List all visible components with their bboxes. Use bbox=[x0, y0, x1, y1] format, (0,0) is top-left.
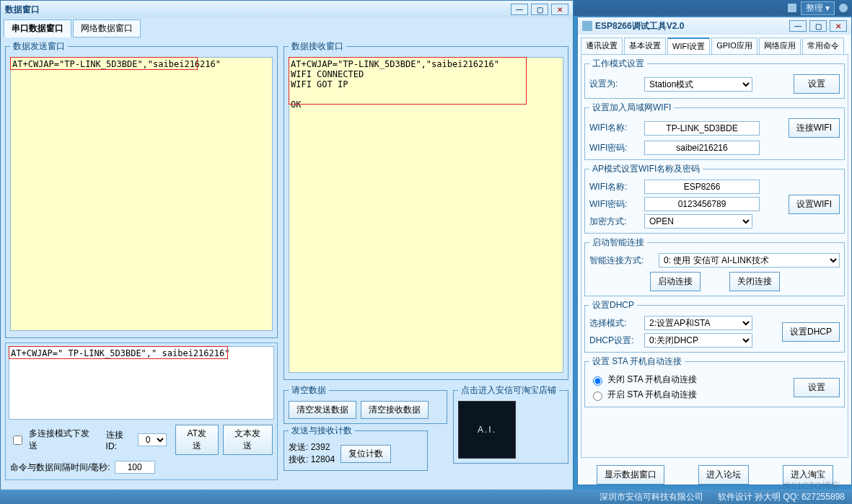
clear-recv-button[interactable]: 清空接收数据 bbox=[361, 401, 429, 419]
conn-id-label: 连接ID: bbox=[106, 429, 134, 451]
send-textarea-2[interactable]: AT+CWJAP=" TP-LINK_5D3BDE"," saibei21621… bbox=[9, 346, 274, 420]
sta-off-radio[interactable]: 关闭 STA 开机自动连接 bbox=[589, 372, 794, 387]
arrange-button[interactable]: 整理 ▾ bbox=[801, 1, 835, 15]
enc-select[interactable]: OPEN bbox=[644, 214, 752, 229]
left-titlebar: 数据窗口 — ▢ ✕ bbox=[1, 1, 573, 18]
smart-label: 智能连接方式: bbox=[589, 255, 654, 267]
tab-gpio[interactable]: GPIO应用 bbox=[711, 37, 757, 54]
right-titlebar: ESP8266调试工具V2.0 — ▢ ✕ bbox=[578, 17, 851, 35]
multilink-label: 多连接模式下发送 bbox=[29, 428, 97, 452]
rx-value: 12804 bbox=[311, 454, 335, 464]
enc-label: 加密方式: bbox=[589, 216, 640, 228]
ap-pwd-label: WIFI密码: bbox=[589, 198, 640, 211]
dhcp-group: 设置DHCP 选择模式:2:设置AP和STA DHCP设置:0:关闭DHCP 设… bbox=[584, 299, 845, 353]
smart-group: 启动智能连接 智能连接方式: 0: 使用 安信可 AI-LINK技术 启动连接 … bbox=[584, 236, 845, 296]
tab-cmds[interactable]: 常用命令 bbox=[802, 37, 844, 54]
connect-wifi-button[interactable]: 连接WIFI bbox=[789, 118, 840, 138]
workmode-set-button[interactable]: 设置 bbox=[794, 74, 840, 94]
ap-group: AP模式设置WIFI名称及密码 WIFI名称: WIFI密码: 加密方式:OPE… bbox=[584, 163, 845, 234]
multilink-checkbox[interactable] bbox=[13, 436, 22, 445]
recv-group-legend: 数据接收窗口 bbox=[289, 40, 346, 53]
clear-send-button[interactable]: 清空发送数据 bbox=[289, 401, 356, 419]
start-conn-button[interactable]: 启动连接 bbox=[650, 272, 701, 291]
close-icon[interactable]: ✕ bbox=[551, 4, 568, 15]
tab-wifi[interactable]: WIFI设置 bbox=[667, 37, 710, 54]
wifi-pwd-input[interactable] bbox=[644, 141, 760, 155]
dhcp-legend: 设置DHCP bbox=[589, 299, 637, 311]
set-wifi-button[interactable]: 设置WIFI bbox=[789, 195, 840, 214]
left-title: 数据窗口 bbox=[5, 4, 40, 16]
sta-on-radio[interactable]: 开启 STA 开机自动连接 bbox=[589, 387, 794, 402]
right-tabs: 通讯设置 基本设置 WIFI设置 GPIO应用 网络应用 常用命令 bbox=[578, 35, 851, 54]
close-conn-button[interactable]: 关闭连接 bbox=[729, 272, 780, 291]
ap-legend: AP模式设置WIFI名称及密码 bbox=[589, 163, 703, 175]
smart-legend: 启动智能连接 bbox=[589, 236, 647, 249]
footer-designer: 软件设计 孙大明 QQ: 627255898 bbox=[718, 491, 845, 503]
data-window: 数据窗口 — ▢ ✕ 串口数据窗口 网络数据窗口 数据发送窗口 AT+CWJAP… bbox=[0, 0, 574, 504]
tab-net-data[interactable]: 网络数据窗口 bbox=[73, 19, 141, 37]
maximize-icon[interactable]: ▢ bbox=[531, 4, 548, 15]
dhcp-set-label: DHCP设置: bbox=[589, 335, 640, 347]
tab-serial-data[interactable]: 串口数据窗口 bbox=[4, 19, 71, 37]
wifi-name-input[interactable] bbox=[644, 121, 760, 136]
grid-icon bbox=[788, 4, 796, 12]
ap-name-input[interactable] bbox=[644, 180, 760, 194]
join-lan-group: 设置加入局域网WIFI WIFI名称: 连接WIFI WIFI密码: bbox=[584, 102, 845, 160]
workmode-select[interactable]: Station模式 bbox=[644, 77, 752, 92]
set-as-label: 设置为: bbox=[589, 78, 640, 90]
join-lan-legend: 设置加入局域网WIFI bbox=[589, 102, 674, 114]
sta-legend: 设置 STA 开机自动连接 bbox=[589, 355, 685, 368]
footer: 深圳市安信可科技有限公司 软件设计 孙大明 QQ: 627255898 bbox=[0, 490, 852, 504]
taobao-legend: 点击进入安信可淘宝店铺 bbox=[458, 384, 559, 397]
right-content: 工作模式设置 设置为: Station模式 设置 设置加入局域网WIFI WIF… bbox=[581, 54, 848, 458]
right-bottom-buttons: 显示数据窗口 进入论坛 进入淘宝 bbox=[578, 461, 851, 489]
tab-basic[interactable]: 基本设置 bbox=[624, 37, 666, 54]
ap-pwd-input[interactable] bbox=[644, 197, 760, 211]
stats-group: 发送与接收计数 发送: 2392 接收: 12804 复位计数 bbox=[284, 425, 428, 471]
taobao-image[interactable]: A.I. bbox=[458, 401, 516, 459]
ap-name-label: WIFI名称: bbox=[589, 181, 640, 193]
footer-company: 深圳市安信可科技有限公司 bbox=[600, 491, 703, 503]
interval-label: 命令与数据间隔时间/毫秒: bbox=[10, 461, 110, 474]
show-data-button[interactable]: 显示数据窗口 bbox=[597, 465, 664, 485]
maximize-icon[interactable]: ▢ bbox=[809, 20, 827, 32]
send-group: 数据发送窗口 AT+CWJAP="TP-LINK_5D3BDE","saibei… bbox=[5, 40, 278, 338]
rx-label: 接收: bbox=[289, 454, 308, 464]
close-icon[interactable]: ✕ bbox=[830, 20, 847, 32]
sta-group: 设置 STA 开机自动连接 关闭 STA 开机自动连接 开启 STA 开机自动连… bbox=[584, 355, 845, 407]
clear-group: 请空数据 清空发送数据 清空接收数据 bbox=[284, 384, 447, 424]
tab-network[interactable]: 网络应用 bbox=[759, 37, 801, 54]
recv-group: 数据接收窗口 AT+CWJAP="TP-LINK_5D3BDE","saibei… bbox=[284, 40, 568, 380]
app-icon bbox=[582, 21, 592, 31]
workmode-legend: 工作模式设置 bbox=[589, 58, 647, 70]
tx-value: 2392 bbox=[311, 442, 330, 452]
taobao-group: 点击进入安信可淘宝店铺 A.I. bbox=[453, 384, 568, 464]
sta-set-button[interactable]: 设置 bbox=[794, 378, 840, 397]
text-send-button[interactable]: 文本发送 bbox=[223, 425, 273, 455]
set-dhcp-button[interactable]: 设置DHCP bbox=[782, 322, 840, 342]
esp8266-window: ESP8266调试工具V2.0 — ▢ ✕ 通讯设置 基本设置 WIFI设置 G… bbox=[577, 17, 852, 485]
recv-textarea[interactable]: AT+CWJAP="TP-LINK_5D3BDE","saibei216216"… bbox=[289, 57, 563, 373]
select-mode-label: 选择模式: bbox=[589, 317, 640, 330]
minimize-icon[interactable]: — bbox=[511, 4, 528, 15]
send-textarea[interactable]: AT+CWJAP="TP-LINK_5D3BDE","saibei216216" bbox=[10, 57, 273, 331]
right-title: ESP8266调试工具V2.0 bbox=[595, 20, 684, 32]
taobao-button[interactable]: 进入淘宝 bbox=[783, 465, 833, 485]
left-tabs: 串口数据窗口 网络数据窗口 bbox=[1, 18, 573, 37]
wifi-pwd-label: WIFI密码: bbox=[589, 142, 640, 154]
shell-topbar: 整理 ▾ bbox=[574, 0, 852, 16]
help-icon[interactable] bbox=[839, 4, 848, 12]
clear-legend: 请空数据 bbox=[289, 384, 329, 397]
select-mode-select[interactable]: 2:设置AP和STA bbox=[644, 316, 752, 330]
at-send-button[interactable]: AT发送 bbox=[175, 425, 219, 455]
dhcp-set-select[interactable]: 0:关闭DHCP bbox=[644, 333, 752, 348]
stats-legend: 发送与接收计数 bbox=[289, 425, 355, 437]
reset-count-button[interactable]: 复位计数 bbox=[341, 445, 391, 463]
minimize-icon[interactable]: — bbox=[789, 20, 807, 32]
smart-select[interactable]: 0: 使用 安信可 AI-LINK技术 bbox=[659, 253, 840, 268]
conn-id-select[interactable]: 0 bbox=[138, 433, 166, 446]
interval-input[interactable] bbox=[115, 461, 155, 474]
forum-button[interactable]: 进入论坛 bbox=[698, 465, 749, 485]
workmode-group: 工作模式设置 设置为: Station模式 设置 bbox=[584, 58, 845, 99]
tab-comm[interactable]: 通讯设置 bbox=[581, 37, 623, 54]
